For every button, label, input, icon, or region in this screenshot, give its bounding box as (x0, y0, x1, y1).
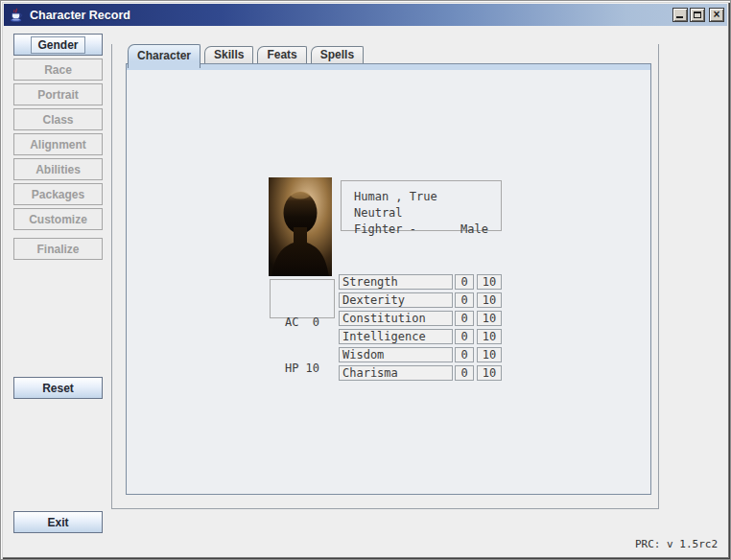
sidebar-button-finalize: Finalize (13, 238, 103, 260)
sidebar-nav: GenderRacePortraitClassAlignmentAbilitie… (13, 34, 103, 233)
ability-score: 10 (477, 365, 502, 381)
character-portrait-image (269, 177, 332, 276)
summary-race-alignment: Human , True Neutral (354, 189, 488, 222)
ac-hp-box: AC 0 HP 10 (270, 279, 335, 318)
summary-class: Fighter - (354, 222, 416, 238)
ability-score: 10 (477, 311, 502, 326)
window-controls: × (672, 8, 724, 22)
sidebar-button-portrait: Portrait (13, 83, 103, 105)
minimize-icon (676, 16, 683, 18)
ability-name: Dexterity (339, 292, 453, 308)
hp-value: HP 10 (271, 361, 334, 376)
sidebar-button-race: Race (13, 58, 103, 81)
character-record-window: Character Record × GenderRacePortraitCla… (0, 0, 731, 560)
ability-score: 10 (477, 274, 502, 290)
ability-modifier: 0 (455, 292, 474, 308)
ability-name: Wisdom (339, 347, 453, 362)
ability-row-wisdom: Wisdom010 (339, 347, 502, 362)
ability-modifier: 0 (455, 347, 474, 362)
maximize-icon (694, 12, 701, 18)
ability-row-constitution: Constitution010 (339, 311, 502, 326)
ability-score: 10 (477, 329, 502, 344)
sidebar-button-reset[interactable]: Reset (13, 377, 103, 399)
ability-score: 10 (477, 347, 502, 362)
abilities-table: Strength010Dexterity010Constitution010In… (339, 274, 502, 384)
button-label: Abilities (30, 162, 86, 177)
ability-name: Intelligence (339, 329, 453, 344)
minimize-button[interactable] (672, 8, 688, 22)
button-label: Gender (32, 37, 83, 53)
title-bar[interactable]: Character Record × (4, 4, 727, 26)
button-label: Customize (23, 212, 93, 227)
exit-slot: Exit (13, 511, 103, 533)
ability-modifier: 0 (455, 329, 474, 344)
button-label: Portrait (32, 87, 84, 103)
button-label: Reset (36, 381, 80, 396)
button-label: Finalize (31, 242, 84, 257)
tab-spells[interactable]: Spells (311, 46, 364, 63)
tab-character[interactable]: Character (128, 44, 200, 68)
tabbed-pane: CharacterSkillsFeatsSpells (111, 44, 659, 509)
ability-name: Strength (339, 274, 453, 290)
button-label: Alignment (24, 137, 92, 152)
button-label: Race (38, 62, 78, 78)
tab-strip: CharacterSkillsFeatsSpells (128, 44, 367, 69)
button-label: Class (36, 112, 79, 128)
sidebar-button-class: Class (13, 108, 103, 130)
ability-row-intelligence: Intelligence010 (339, 329, 502, 344)
ability-modifier: 0 (455, 365, 474, 381)
character-tab-panel: Human , True Neutral Fighter - Male AC 0… (126, 63, 651, 495)
ability-row-dexterity: Dexterity010 (339, 292, 502, 308)
java-coffee-icon (9, 8, 24, 23)
ac-value: AC 0 (271, 315, 334, 330)
ability-row-strength: Strength010 (339, 274, 502, 290)
sidebar-button-exit[interactable]: Exit (13, 511, 103, 533)
close-button[interactable]: × (709, 8, 724, 22)
window-title: Character Record (30, 9, 672, 22)
character-summary-box: Human , True Neutral Fighter - Male (341, 180, 502, 231)
maximize-button[interactable] (690, 8, 705, 22)
ability-row-charisma: Charisma010 (339, 365, 502, 381)
sidebar-button-packages: Packages (13, 183, 103, 205)
summary-gender: Male (460, 222, 488, 238)
tab-skills[interactable]: Skills (204, 46, 253, 63)
reset-slot: Reset (13, 377, 103, 399)
ability-name: Constitution (339, 311, 453, 326)
sidebar-button-gender[interactable]: Gender (13, 34, 103, 56)
ability-modifier: 0 (455, 274, 474, 290)
button-label: Packages (26, 187, 90, 202)
close-icon: × (710, 8, 723, 21)
sidebar-button-customize: Customize (13, 208, 103, 230)
sidebar-button-abilities: Abilities (13, 158, 103, 180)
finalize-slot: Finalize (13, 238, 103, 260)
ability-modifier: 0 (455, 311, 474, 326)
tab-feats[interactable]: Feats (257, 46, 306, 63)
version-label: PRC: v 1.5rc2 (635, 538, 718, 550)
ability-score: 10 (477, 292, 502, 308)
ability-name: Charisma (339, 365, 453, 381)
sidebar-button-alignment: Alignment (13, 133, 103, 155)
button-label: Exit (41, 515, 74, 530)
